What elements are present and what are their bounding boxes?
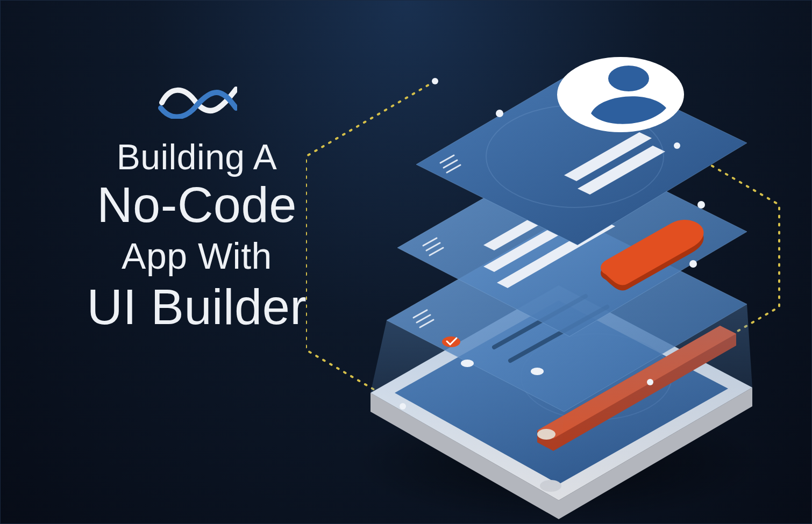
svg-line-9 xyxy=(494,296,586,347)
avatar-icon xyxy=(557,57,684,132)
title-line-1: Building A xyxy=(57,138,337,177)
svg-line-13 xyxy=(430,248,443,255)
svg-line-18 xyxy=(447,165,460,173)
svg-point-1 xyxy=(540,480,561,492)
infinity-wave-icon xyxy=(156,81,237,119)
pill-button-icon xyxy=(601,220,703,291)
text-column: Building A No-Code App With UI Builder xyxy=(57,81,337,336)
svg-line-4 xyxy=(417,315,430,322)
ui-layer-1 xyxy=(416,65,747,245)
dotted-path-right xyxy=(650,146,779,382)
svg-point-21 xyxy=(557,57,684,132)
svg-point-8 xyxy=(531,368,544,375)
svg-point-14 xyxy=(697,201,705,209)
svg-point-22 xyxy=(608,66,649,91)
title-line-3: App With xyxy=(57,233,337,279)
isometric-illustration xyxy=(306,6,790,522)
title-line-2: No-Code xyxy=(57,177,337,234)
slider-bar xyxy=(537,326,736,451)
svg-point-20 xyxy=(496,110,503,117)
svg-point-15 xyxy=(689,260,697,268)
svg-point-6 xyxy=(442,336,460,347)
svg-point-2 xyxy=(537,429,555,440)
floor-shadow xyxy=(354,404,763,522)
route-node-icon xyxy=(674,142,680,149)
ui-layer-3 xyxy=(371,216,752,500)
route-node-icon xyxy=(432,78,438,84)
device-tablet xyxy=(371,285,752,519)
svg-point-7 xyxy=(461,360,474,367)
route-node-icon xyxy=(400,403,406,410)
brand-logo xyxy=(57,81,337,119)
title-line-4: UI Builder xyxy=(57,279,337,336)
svg-line-17 xyxy=(444,160,457,168)
svg-point-0 xyxy=(521,334,672,420)
svg-point-19 xyxy=(486,105,664,207)
svg-line-5 xyxy=(420,320,433,327)
svg-line-12 xyxy=(426,243,440,250)
svg-line-3 xyxy=(414,310,427,318)
svg-line-16 xyxy=(440,155,454,163)
svg-line-11 xyxy=(423,238,437,246)
ui-layer-2 xyxy=(397,146,747,336)
svg-line-10 xyxy=(510,307,607,361)
route-node-icon xyxy=(647,379,653,385)
